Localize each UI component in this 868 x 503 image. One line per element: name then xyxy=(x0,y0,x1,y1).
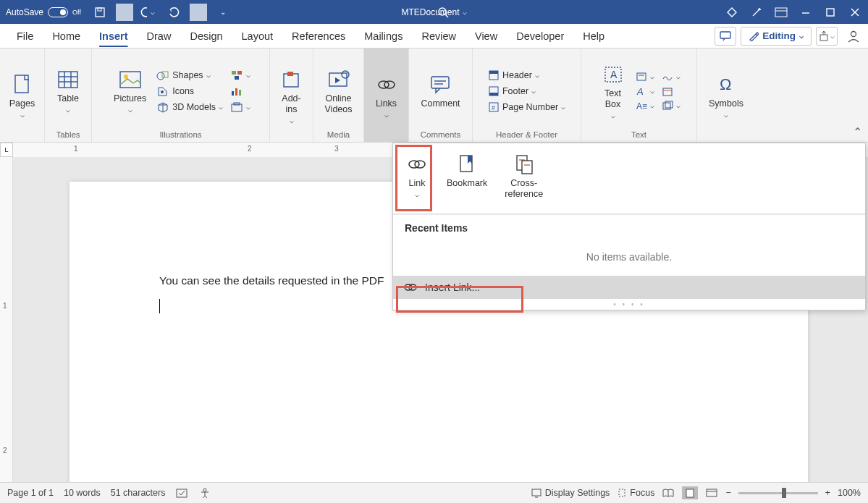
focus-mode-button[interactable]: Focus xyxy=(617,488,654,498)
link-label: Link xyxy=(409,178,426,189)
cross-reference-button[interactable]: Cross- reference xyxy=(500,149,547,208)
group-label-comments: Comments xyxy=(421,130,461,140)
quick-parts-button[interactable]: ⌵ xyxy=(634,70,656,83)
addins-button[interactable]: Add- ins⌵ xyxy=(275,64,308,128)
bookmark-label: Bookmark xyxy=(447,178,487,189)
pictures-button[interactable]: Pictures⌵ xyxy=(109,64,151,117)
editing-mode-button[interactable]: Editing⌵ xyxy=(741,27,812,46)
page-count-label[interactable]: Page 1 of 1 xyxy=(7,488,54,498)
insert-link-menu-item[interactable]: Insert Link... xyxy=(393,276,865,299)
toggle-off-icon[interactable] xyxy=(48,7,68,17)
svg-point-66 xyxy=(409,284,416,290)
comment-button[interactable]: Comment xyxy=(416,69,464,112)
minimize-icon[interactable] xyxy=(799,5,813,20)
save-icon[interactable] xyxy=(91,4,109,21)
tab-help[interactable]: Help xyxy=(573,26,614,46)
date-time-button[interactable] xyxy=(660,85,682,98)
3d-models-button[interactable]: 3D Models⌵ xyxy=(155,100,224,114)
svg-rect-28 xyxy=(235,88,237,96)
comments-button[interactable] xyxy=(715,27,736,46)
screenshot-button[interactable]: ⌵ xyxy=(229,100,252,114)
close-icon[interactable] xyxy=(848,5,862,20)
tab-file[interactable]: File xyxy=(7,26,43,46)
group-header-footer: Header⌵ Footer⌵ #Page Number⌵ Header & F… xyxy=(473,48,581,142)
svg-point-23 xyxy=(161,90,164,93)
links-dropdown-popup: Link⌵ Bookmark Cross- reference Recent I… xyxy=(392,143,866,310)
display-settings-button[interactable]: Display Settings xyxy=(531,488,610,498)
tab-home[interactable]: Home xyxy=(43,26,90,46)
spelling-icon[interactable] xyxy=(175,487,188,499)
icons-button[interactable]: Icons xyxy=(155,84,224,98)
redo-icon[interactable] xyxy=(165,4,182,21)
popup-grip[interactable]: • • • • xyxy=(393,299,865,310)
comment-label: Comment xyxy=(421,98,460,109)
group-label-text: Text xyxy=(631,130,646,140)
document-name-label: MTEDocument xyxy=(401,7,459,17)
svg-text:A: A xyxy=(610,69,618,80)
symbols-button[interactable]: ΩSymbols⌵ xyxy=(704,69,748,122)
maximize-icon[interactable] xyxy=(823,5,838,20)
document-title[interactable]: MTEDocument ⌵ xyxy=(401,7,466,17)
zoom-level-label[interactable]: 100% xyxy=(838,488,861,498)
smartart-button[interactable]: ⌵ xyxy=(229,68,252,83)
tab-insert[interactable]: Insert xyxy=(90,26,138,46)
wordart-button[interactable]: A⌵ xyxy=(634,85,656,98)
svg-rect-38 xyxy=(431,77,449,88)
ruler-mark: 1 xyxy=(74,145,78,153)
vertical-ruler[interactable]: 1 2 xyxy=(0,157,13,482)
online-videos-button[interactable]: Online Videos xyxy=(321,64,357,118)
ruler-corner[interactable]: L xyxy=(0,143,13,157)
table-label: Table xyxy=(57,93,79,104)
autosave-toggle[interactable]: AutoSave Off xyxy=(6,7,81,17)
read-mode-icon[interactable] xyxy=(662,488,675,498)
svg-rect-69 xyxy=(532,489,541,496)
tab-draw[interactable]: Draw xyxy=(138,26,181,46)
link-button[interactable]: Link⌵ xyxy=(400,149,434,208)
drop-cap-button[interactable]: A≡⌵ xyxy=(634,99,656,112)
bookmark-button[interactable]: Bookmark xyxy=(442,149,492,208)
links-button[interactable]: Links⌵ xyxy=(370,69,403,122)
svg-point-65 xyxy=(405,284,412,290)
svg-rect-53 xyxy=(663,88,672,96)
table-button[interactable]: Table⌵ xyxy=(51,64,85,117)
char-count-label[interactable]: 51 characters xyxy=(111,488,166,498)
document-text[interactable]: You can see the details requested in the… xyxy=(159,274,384,287)
shapes-button[interactable]: Shapes⌵ xyxy=(155,68,224,83)
web-layout-icon[interactable] xyxy=(705,488,718,498)
tab-layout[interactable]: Layout xyxy=(232,26,283,46)
undo-icon[interactable]: ⌵ xyxy=(140,4,158,21)
header-button[interactable]: Header⌵ xyxy=(486,68,541,83)
collapse-ribbon-icon[interactable]: ⌃ xyxy=(853,125,862,139)
text-box-button[interactable]: AText Box⌵ xyxy=(597,59,630,123)
tab-references[interactable]: References xyxy=(282,26,355,46)
pages-button[interactable]: Pages⌵ xyxy=(5,69,39,122)
footer-button[interactable]: Footer⌵ xyxy=(486,84,537,98)
wand-icon[interactable] xyxy=(749,5,764,20)
accessibility-icon[interactable] xyxy=(198,487,211,499)
tab-mailings[interactable]: Mailings xyxy=(355,26,412,46)
group-label-media: Media xyxy=(327,130,350,140)
tab-review[interactable]: Review xyxy=(412,26,465,46)
tab-developer[interactable]: Developer xyxy=(507,26,573,46)
print-layout-icon[interactable] xyxy=(682,486,698,499)
text-cursor xyxy=(159,299,160,313)
zoom-out-icon[interactable]: − xyxy=(725,488,730,498)
zoom-slider[interactable] xyxy=(738,492,818,494)
addins-label: Add- ins xyxy=(282,93,300,115)
tab-design[interactable]: Design xyxy=(180,26,232,46)
zoom-in-icon[interactable]: + xyxy=(825,488,830,498)
customize-qat-icon[interactable]: ⌄ xyxy=(214,4,232,21)
page-number-button[interactable]: #Page Number⌵ xyxy=(486,100,567,114)
search-icon[interactable] xyxy=(437,7,449,18)
tab-view[interactable]: View xyxy=(465,26,507,46)
diamond-icon[interactable] xyxy=(725,5,739,20)
chart-button[interactable] xyxy=(229,84,252,98)
ribbon-display-icon[interactable] xyxy=(774,5,788,20)
signature-line-button[interactable]: ⌵ xyxy=(660,70,682,83)
group-label-illustrations: Illustrations xyxy=(159,130,201,140)
account-icon[interactable] xyxy=(846,29,861,43)
word-count-label[interactable]: 10 words xyxy=(64,488,101,498)
share-button[interactable]: ⌵ xyxy=(816,27,838,46)
object-button[interactable]: ⌵ xyxy=(660,99,682,112)
svg-rect-42 xyxy=(489,71,498,74)
